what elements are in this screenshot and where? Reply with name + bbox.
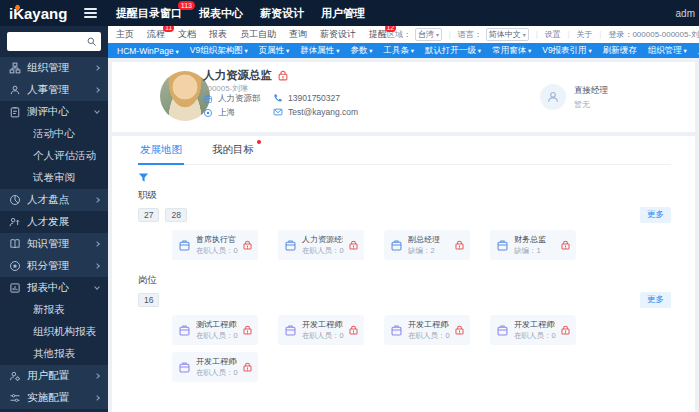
manager-label: 直接经理 [574,85,608,97]
sidebar-item-talent-development[interactable]: 人才发展 [0,211,108,233]
sidebar-item-org-management[interactable]: 组织管理 [0,57,108,79]
org-chart-icon [9,62,21,74]
region-select[interactable]: 台湾 [415,28,442,41]
menu-label: 提醒目录窗口 [116,7,182,19]
sidebar-search [7,32,101,51]
position-card[interactable]: 财务总监缺编：1 [490,230,576,260]
alert-bag-icon[interactable] [348,240,359,251]
quicktab-workflow[interactable]: 流程11 [147,28,165,41]
card-title: 开发工程师5 [514,319,555,330]
position-briefcase-icon [496,239,509,252]
sidebar-item-assessment-center[interactable]: 测评中心 [0,101,108,123]
quicktab-documents[interactable]: 文档 [178,28,196,41]
bluebar-item[interactable]: V9组织架构图 [190,45,248,57]
hamburger-menu-icon[interactable] [84,8,97,18]
sidebar-item-label: 其他报表 [33,347,75,361]
filter-funnel-icon[interactable] [138,172,149,183]
alert-bag-icon[interactable] [454,240,465,251]
position-briefcase-icon [178,239,191,252]
card-title: 副总经理 [408,234,440,245]
grade-chip[interactable]: 27 [138,208,159,222]
quicktab-reports[interactable]: 报表 [209,28,227,41]
bluebar-item[interactable]: 默认打开一级 [425,45,481,57]
card-subtitle: 在职人员：0 [302,331,343,341]
sidebar-item-other-reports[interactable]: 其他报表 [0,343,108,365]
alert-bag-icon[interactable] [242,362,253,373]
sidebar-item-activity-center[interactable]: 活动中心 [0,123,108,145]
quicktab-label: 提醒 [369,29,387,39]
sidebar-item-points-management[interactable]: 积分管理 [0,255,108,277]
user-gear-icon [9,370,21,382]
alert-bag-icon[interactable] [242,240,253,251]
more-button[interactable]: 更多 [640,207,671,223]
search-icon[interactable] [86,36,97,47]
book-icon [9,238,21,250]
bluebar-item[interactable]: HCM-WinPage [117,46,179,56]
alert-bag-icon[interactable] [454,325,465,336]
alert-bag-icon[interactable] [242,325,253,336]
top-menu-report-center[interactable]: 报表中心 [199,6,243,21]
current-user[interactable]: adm [676,8,699,19]
tab-development-map[interactable]: 发展地图 [138,140,184,165]
position-card[interactable]: 开发工程师5在职人员：0 [490,315,576,345]
sidebar-item-implementation-config[interactable]: 实施配置 [0,387,108,409]
sidebar-item-exam-review[interactable]: 试卷审阅 [0,167,108,189]
bluebar-item[interactable]: 常用窗体 [492,45,531,57]
email: Test@kayang.com [288,107,358,117]
quicktab-home[interactable]: 主页 [116,28,134,41]
top-menu-user-management[interactable]: 用户管理 [321,6,365,21]
card-subtitle: 在职人员：0 [196,368,237,378]
sidebar-item-label: 试卷审阅 [33,171,75,185]
alert-bag-icon[interactable] [560,325,571,336]
sidebar-item-personal-evaluation[interactable]: 个人评估活动 [0,145,108,167]
position-card[interactable]: 副总经理缺编：2 [384,230,470,260]
quicktab-payroll-design[interactable]: 薪资设计 [320,28,356,41]
sidebar-item-report-center[interactable]: 报表中心 [0,277,108,299]
language-select[interactable]: 简体中文 [486,28,529,41]
sidebar-item-personnel-management[interactable]: 人事管理 [0,79,108,101]
quicktab-query[interactable]: 查询 [289,28,307,41]
sidebar-item-new-report[interactable]: 新报表 [0,299,108,321]
bluebar-item[interactable]: 工具条 [383,45,414,57]
chevron-right-icon [94,87,100,93]
sidebar-item-org-structure-report[interactable]: 组织机构报表 [0,321,108,343]
separator: ｜ [533,29,541,40]
position-card[interactable]: 首席执行官在职人员：0 [172,230,258,260]
alert-bag-icon[interactable] [348,325,359,336]
sidebar-item-knowledge-management[interactable]: 知识管理 [0,233,108,255]
about-link[interactable]: 关于 [577,29,593,40]
alert-bag-icon[interactable] [560,240,571,251]
bluebar-item[interactable]: 页属性 [259,45,290,57]
sidebar-item-user-config[interactable]: 用户配置 [0,365,108,387]
position-card[interactable]: 开发工程师4在职人员：0 [384,315,470,345]
position-card[interactable]: 测试工程师3在职人员：0 [172,315,258,345]
position-card[interactable]: 人力资源经理在职人员：0 [278,230,364,260]
grade-chip[interactable]: 16 [138,293,159,307]
top-menu-payroll-design[interactable]: 薪资设计 [260,6,304,21]
separator: ｜ [597,29,605,40]
manager-value: 暂无 [574,99,608,110]
sidebar-item-label: 报表中心 [27,281,69,295]
sidebar-item-label: 组织机构报表 [33,325,96,339]
sidebar-item-talent-inventory[interactable]: 人才盘点 [0,189,108,211]
bluebar-item[interactable]: 组织管理 [648,45,687,57]
bluebar-item[interactable]: V9报表引用 [542,45,591,57]
grade-chip[interactable]: 28 [165,208,186,222]
tab-my-goals[interactable]: 我的目标 [210,140,256,164]
bluebar-item-refresh-cache[interactable]: 刷新缓存 [603,45,637,57]
top-menu-reminder-catalog[interactable]: 提醒目录窗口113 [116,6,182,21]
position-briefcase-icon [390,324,403,337]
main-area: 主页 流程11 文档 报表 员工自助 查询 薪资设计 提醒12 区域： 台湾 ｜… [108,26,699,412]
bluebar-item[interactable]: 群体属性 [300,45,339,57]
position-card[interactable]: 开发工程师3在职人员：0 [278,315,364,345]
search-input[interactable] [11,35,86,48]
quicktab-reminders[interactable]: 提醒12 [369,28,387,41]
position-card[interactable]: 开发工程师61在职人员：0 [172,352,258,382]
settings-link[interactable]: 设置 [545,29,561,40]
separator: ｜ [565,29,573,40]
bluebar-item[interactable]: 参数 [350,45,372,57]
sidebar-item-label: 人才盘点 [27,193,69,207]
quicktab-self-service[interactable]: 员工自助 [240,28,276,41]
card-title: 开发工程师3 [302,319,343,330]
more-button[interactable]: 更多 [640,292,671,308]
